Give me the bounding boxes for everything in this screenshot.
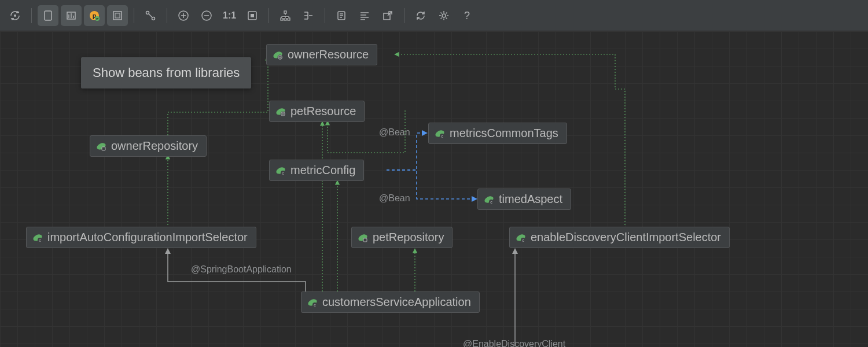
bean-repo-icon [358,232,368,243]
diagram-canvas[interactable]: Show beans from libraries @Bean @Bean @S… [0,31,868,347]
show-libraries-icon[interactable]: p [84,5,105,26]
node-label: importAutoConfigurationImportSelector [47,231,248,244]
bean-config-icon: c [307,297,318,308]
svg-rect-17 [288,18,290,20]
svg-rect-14 [284,11,286,13]
bean-web-icon [273,50,283,60]
node-label: ownerResource [288,48,369,61]
toolbar-list-icon[interactable] [331,5,352,26]
svg-rect-43 [363,238,367,242]
edge-label-discovery: @EnableDiscoveryClient [463,339,565,347]
node-label: petRepository [373,231,444,244]
svg-point-8 [146,11,149,14]
toolbar-mode2-icon[interactable] [61,5,82,26]
node-label: customersServiceApplication [322,296,471,309]
svg-text:c: c [282,171,284,175]
node-label: ownerRepository [111,139,198,153]
svg-text:c: c [441,134,443,138]
select-refresh-icon[interactable] [5,5,25,26]
toolbar-separator [134,8,134,23]
refresh-icon[interactable] [410,5,431,26]
toolbar-separator [167,8,167,23]
edge-label-bean: @Bean [379,193,410,204]
svg-rect-16 [284,18,286,20]
help-icon[interactable]: ? [457,5,477,26]
node-ownerRepository[interactable]: ownerRepository [90,135,207,157]
bean-config-icon: c [516,232,526,243]
toolbar-separator [269,8,269,23]
node-ownerResource[interactable]: ownerResource [266,44,377,65]
settings-icon[interactable] [433,5,454,26]
node-label: petResource [290,105,356,118]
node-customersServiceApplication[interactable]: c customersServiceApplication [301,291,480,313]
zoom-ratio[interactable]: 1:1 [219,10,240,21]
node-petResource[interactable]: petResource [269,101,365,122]
tooltip-text: Show beans from libraries [93,65,240,80]
svg-text:?: ? [464,10,470,21]
svg-rect-15 [281,18,283,20]
svg-point-20 [442,14,446,17]
svg-text:c: c [39,238,41,242]
toolbar-separator [404,8,404,23]
bean-config-icon: c [32,232,43,243]
connection-icon[interactable] [140,5,161,26]
toolbar-separator [31,8,32,23]
node-metricsCommonTags[interactable]: c metricsCommonTags [428,123,567,144]
bean-web-icon [275,106,286,117]
svg-point-9 [152,17,155,20]
svg-point-0 [14,14,16,17]
svg-text:c: c [314,303,316,307]
export-icon[interactable] [377,5,398,26]
layout-tree-icon[interactable] [275,5,296,26]
bean-config-icon: c [435,128,445,139]
bean-config-icon: c [275,165,286,176]
toolbar-separator [325,8,325,23]
svg-rect-13 [251,14,254,17]
toolbar-lines-icon[interactable] [354,5,375,26]
node-label: timedAspect [499,193,562,206]
tooltip: Show beans from libraries [81,57,251,88]
fit-screen-icon[interactable] [242,5,263,26]
node-timedAspect[interactable]: c timedAspect [477,189,571,210]
node-label: enableDiscoveryClientImportSelector [531,231,721,244]
node-label: metricsCommonTags [450,127,558,140]
node-label: metricConfig [290,164,355,177]
toolbar-mode1-icon[interactable] [38,5,58,26]
svg-rect-1 [45,11,52,20]
node-petRepository[interactable]: petRepository [351,227,453,248]
svg-rect-29 [102,147,105,150]
svg-rect-7 [115,13,120,18]
svg-text:c: c [522,238,524,242]
svg-point-5 [95,16,100,21]
svg-rect-6 [113,12,122,20]
toolbar-mode4-icon[interactable] [107,5,128,26]
zoom-out-icon[interactable] [196,5,217,26]
node-importAutoConfigurationImportSelector[interactable]: c importAutoConfigurationImportSelector [26,227,256,248]
layout-route-icon[interactable] [298,5,319,26]
node-enableDiscoveryClientImportSelector[interactable]: c enableDiscoveryClientImportSelector [509,227,730,248]
toolbar: p 1:1 ? [0,0,868,31]
zoom-in-icon[interactable] [173,5,194,26]
node-metricConfig[interactable]: c metricConfig [269,160,364,181]
bean-config-icon: c [484,194,494,205]
edge-label-bean: @Bean [379,127,410,138]
edge-label-springboot: @SpringBootApplication [191,264,292,275]
bean-repo-icon [96,141,106,152]
svg-text:c: c [490,200,492,204]
